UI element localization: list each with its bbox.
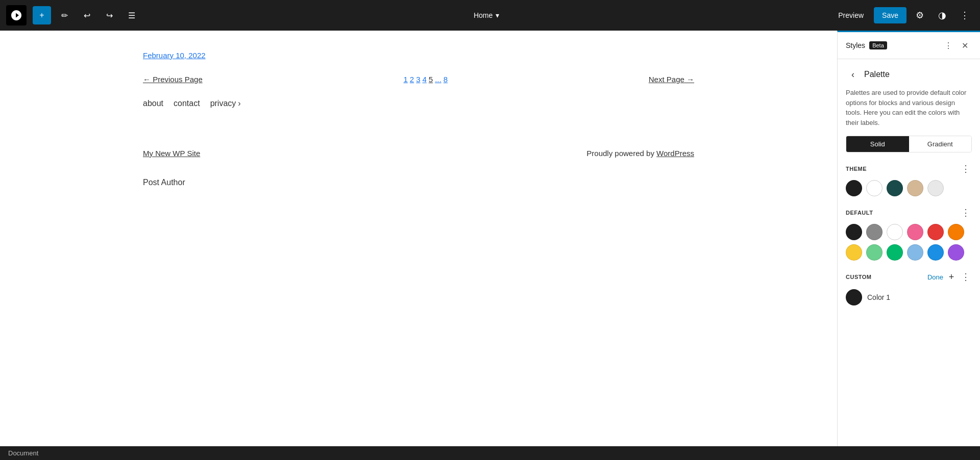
custom-colors-list: Color 1: [846, 289, 972, 305]
main-area: February 10, 2022 ← Previous Page 1 2 3 …: [0, 31, 980, 446]
custom-section-title: CUSTOM: [846, 274, 871, 280]
page-num-3[interactable]: 3: [416, 75, 420, 84]
default-color-swatch-gray[interactable]: [866, 224, 883, 240]
custom-section-menu[interactable]: ⋮: [960, 271, 972, 283]
panel-title-row: Styles Beta: [846, 41, 937, 49]
default-color-swatch-pink[interactable]: [907, 224, 923, 240]
theme-color-swatch-white[interactable]: [866, 180, 883, 196]
page-num-4[interactable]: 4: [423, 75, 427, 84]
custom-color-swatch[interactable]: [846, 289, 862, 305]
default-color-swatch-blue-light[interactable]: [907, 244, 923, 261]
solid-toggle-button[interactable]: Solid: [846, 136, 909, 152]
default-color-swatch-black[interactable]: [846, 224, 862, 240]
theme-color-swatch-sand[interactable]: [907, 180, 923, 196]
pagination-nav: ← Previous Page 1 2 3 4 5 ... 8 Next Pag…: [143, 75, 694, 84]
toolbar: + ✏ ↩ ↪ ☰ Home ▾ Preview Save ⚙ ◑ ⋮: [0, 0, 980, 31]
theme-toggle-button[interactable]: ◑: [933, 6, 951, 24]
toolbar-center: Home ▾: [145, 8, 828, 23]
default-color-swatch-white[interactable]: [887, 224, 903, 240]
redo-button[interactable]: ↪: [100, 6, 118, 24]
footer-nav-privacy[interactable]: privacy ›: [210, 99, 241, 108]
footer-nav-contact[interactable]: contact: [174, 99, 200, 108]
settings-button[interactable]: ⚙: [911, 6, 929, 24]
undo-button[interactable]: ↩: [78, 6, 96, 24]
default-section-header: DEFAULT ⋮: [846, 207, 972, 219]
panel-close-button[interactable]: ✕: [958, 38, 972, 53]
page-num-5[interactable]: 5: [429, 75, 433, 84]
add-custom-color-button[interactable]: +: [945, 271, 958, 283]
custom-section: CUSTOM Done + ⋮ Color 1: [846, 271, 972, 305]
bottom-bar: Document: [0, 446, 980, 460]
document-label: Document: [8, 449, 38, 457]
default-color-swatch-orange[interactable]: [948, 224, 964, 240]
theme-color-swatch-light-gray[interactable]: [927, 180, 944, 196]
wp-logo[interactable]: [6, 5, 27, 25]
default-section-menu[interactable]: ⋮: [960, 207, 972, 219]
custom-header: CUSTOM Done + ⋮: [846, 271, 972, 283]
theme-section-title: THEME: [846, 166, 867, 172]
default-color-swatches: [846, 224, 972, 261]
preview-button[interactable]: Preview: [832, 8, 870, 22]
theme-section-header: THEME ⋮: [846, 163, 972, 175]
date-link[interactable]: February 10, 2022: [143, 51, 694, 60]
done-button[interactable]: Done: [927, 273, 943, 281]
palette-title: Palette: [864, 70, 890, 79]
default-color-swatch-green-light[interactable]: [866, 244, 883, 261]
list-view-button[interactable]: ☰: [122, 6, 141, 24]
page-num-8[interactable]: 8: [444, 75, 448, 84]
page-num-1[interactable]: 1: [403, 75, 407, 84]
add-block-button[interactable]: +: [33, 6, 51, 24]
theme-color-swatches: [846, 180, 972, 196]
theme-color-swatch-black[interactable]: [846, 180, 862, 196]
page-selector[interactable]: Home ▾: [467, 8, 506, 23]
panel-content: ‹ Palette Palettes are used to provide d…: [838, 59, 980, 446]
default-color-swatch-yellow[interactable]: [846, 244, 862, 261]
panel-actions: ⋮ ✕: [941, 38, 972, 53]
theme-color-swatch-teal[interactable]: [887, 180, 903, 196]
wordpress-link[interactable]: WordPress: [656, 149, 694, 158]
custom-color-label: Color 1: [867, 293, 890, 301]
privacy-chevron-icon: ›: [238, 99, 240, 108]
panel-title: Styles: [846, 41, 865, 49]
save-button[interactable]: Save: [874, 7, 906, 23]
site-footer: My New WP Site Proudly powered by WordPr…: [143, 139, 694, 158]
footer-nav-about[interactable]: about: [143, 99, 163, 108]
page-title: Home: [474, 11, 493, 19]
site-name-link[interactable]: My New WP Site: [143, 149, 200, 158]
next-page-link[interactable]: Next Page →: [649, 75, 694, 84]
panel-more-button[interactable]: ⋮: [941, 38, 955, 53]
solid-gradient-toggle: Solid Gradient: [846, 136, 972, 152]
beta-badge: Beta: [869, 41, 887, 49]
custom-color-item: Color 1: [846, 289, 972, 305]
powered-by: Proudly powered by WordPress: [586, 149, 694, 158]
canvas-inner: February 10, 2022 ← Previous Page 1 2 3 …: [112, 51, 725, 187]
prev-page-link[interactable]: ← Previous Page: [143, 75, 203, 84]
powered-text: Proudly powered by: [586, 149, 656, 158]
editor-canvas: February 10, 2022 ← Previous Page 1 2 3 …: [0, 31, 837, 446]
chevron-down-icon: ▾: [496, 11, 499, 19]
palette-description: Palettes are used to provide default col…: [846, 88, 972, 127]
default-section-title: DEFAULT: [846, 210, 873, 216]
default-color-swatch-red[interactable]: [927, 224, 944, 240]
privacy-label: privacy: [210, 99, 236, 108]
default-color-swatch-purple[interactable]: [948, 244, 964, 261]
theme-section-menu[interactable]: ⋮: [960, 163, 972, 175]
page-ellipsis: ...: [435, 75, 442, 84]
default-color-swatch-blue[interactable]: [927, 244, 944, 261]
back-button[interactable]: ‹: [846, 67, 860, 82]
panel-header: Styles Beta ⋮ ✕: [838, 32, 980, 59]
default-color-swatch-green[interactable]: [887, 244, 903, 261]
gradient-toggle-button[interactable]: Gradient: [909, 136, 972, 152]
edit-button[interactable]: ✏: [55, 6, 74, 24]
more-menu-button[interactable]: ⋮: [955, 6, 974, 24]
page-numbers: 1 2 3 4 5 ... 8: [403, 75, 448, 84]
footer-nav: about contact privacy ›: [143, 99, 694, 108]
toolbar-right: Preview Save ⚙ ◑ ⋮: [832, 6, 974, 24]
right-panel: Styles Beta ⋮ ✕ ‹ Palette Palettes are u…: [837, 31, 980, 446]
post-author: Post Author: [143, 178, 694, 187]
page-num-2[interactable]: 2: [410, 75, 414, 84]
